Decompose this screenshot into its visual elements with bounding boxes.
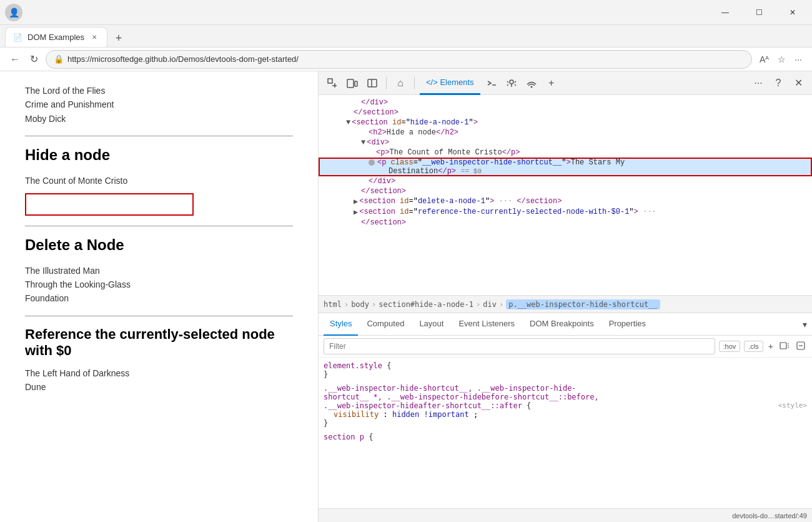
svg-rect-4 bbox=[355, 81, 357, 86]
hide-node-title: Hide a node bbox=[25, 146, 293, 164]
tab-layout[interactable]: Layout bbox=[413, 313, 450, 336]
main-area: The Lord of the Flies Crime and Punishme… bbox=[0, 71, 812, 522]
dom-line[interactable]: ▶ <section id="reference-the-currently-s… bbox=[319, 207, 812, 218]
refresh-button[interactable]: ↻ bbox=[27, 51, 41, 68]
dom-line[interactable]: <h2> Hide a node </h2> bbox=[319, 128, 812, 138]
more-icon[interactable]: ··· bbox=[792, 52, 805, 67]
url-box[interactable]: 🔒 https://microsoftedge.github.io/Demos/… bbox=[46, 50, 752, 69]
expand-arrow[interactable]: ▼ bbox=[361, 138, 365, 147]
tab-dom-breakpoints[interactable]: DOM Breakpoints bbox=[523, 313, 600, 336]
dom-line[interactable]: ▼ <div> bbox=[319, 138, 812, 148]
book-item: The Count of Monte Cristo bbox=[25, 174, 293, 188]
breadcrumb-p[interactable]: p.__web-inspector-hide-shortcut__ bbox=[506, 299, 660, 309]
dom-line[interactable]: </section> bbox=[319, 186, 812, 196]
element-dot-indicator bbox=[369, 159, 375, 166]
styles-tabs-bar: Styles Computed Layout Event Listeners D… bbox=[319, 313, 812, 336]
dom-line[interactable]: ▼ <section id="hide-a-node-1" > bbox=[319, 118, 812, 128]
breadcrumb-section[interactable]: section#hide-a-node-1 bbox=[379, 300, 473, 309]
breadcrumb-html[interactable]: html bbox=[324, 300, 342, 309]
tab-event-listeners[interactable]: Event Listeners bbox=[452, 313, 521, 336]
breadcrumb-body[interactable]: body bbox=[351, 300, 369, 309]
profile-icon[interactable]: 👤 bbox=[5, 4, 22, 21]
add-style-rule-icon[interactable]: + bbox=[767, 340, 775, 353]
back-button[interactable]: ← bbox=[7, 51, 22, 68]
new-tab-button[interactable]: + bbox=[110, 29, 127, 47]
section-divider-3 bbox=[25, 316, 293, 316]
breadcrumb-div[interactable]: div bbox=[483, 300, 497, 309]
webpage-content: The Lord of the Flies Crime and Punishme… bbox=[0, 71, 319, 522]
maximize-button[interactable]: ☐ bbox=[745, 3, 773, 22]
new-style-rule-icon[interactable] bbox=[778, 339, 791, 354]
css-selector: .__web-inspector-hide-shortcut__, .__web… bbox=[324, 384, 599, 410]
dom-line[interactable]: </div> bbox=[319, 176, 812, 186]
hov-button[interactable]: :hov bbox=[719, 341, 741, 352]
reference-title: Reference the currently-selected node wi… bbox=[25, 326, 293, 359]
close-button[interactable]: ✕ bbox=[778, 3, 807, 22]
cls-button[interactable]: .cls bbox=[744, 341, 763, 352]
dom-line[interactable]: </div> bbox=[319, 98, 812, 108]
delete-a-node-section: Delete a Node The Illustrated Man Throug… bbox=[25, 236, 293, 306]
toggle-css-changes-icon[interactable] bbox=[795, 339, 807, 354]
favorites-icon[interactable]: ☆ bbox=[775, 52, 788, 67]
event-listeners-tab-label: Event Listeners bbox=[458, 319, 515, 328]
sidebar-icon[interactable] bbox=[364, 74, 381, 92]
read-aloud-icon[interactable]: Aᴬ bbox=[757, 52, 771, 67]
book-item: Foundation bbox=[25, 291, 293, 305]
network-conditions-icon[interactable] bbox=[523, 74, 540, 92]
css-rule-hide-shortcut: .__web-inspector-hide-shortcut__, .__web… bbox=[324, 384, 807, 428]
styles-panel: Styles Computed Layout Event Listeners D… bbox=[319, 313, 812, 508]
svg-line-11 bbox=[515, 81, 516, 83]
active-tab[interactable]: 📄 DOM Examples ✕ bbox=[5, 27, 107, 47]
dom-tree-area[interactable]: </div> </section> ▼ <section id="hide-a-… bbox=[319, 95, 812, 295]
breadcrumb-bar: html › body › section#hide-a-node-1 › di… bbox=[319, 295, 812, 313]
dom-line[interactable]: ▶ <section id="delete-a-node-1" > ··· </… bbox=[319, 196, 812, 207]
tab-elements[interactable]: </> Elements bbox=[420, 71, 480, 95]
dom-line[interactable]: <p> The Count of Monte Cristo </p> bbox=[319, 148, 812, 158]
selected-dom-line[interactable]: <p class="__web-inspector-hide-shortcut_… bbox=[319, 158, 812, 176]
lock-icon: 🔒 bbox=[54, 54, 64, 64]
css-rule-section-p: section p { bbox=[324, 433, 807, 441]
svg-rect-3 bbox=[347, 79, 354, 88]
address-bar: ← ↻ 🔒 https://microsoftedge.github.io/De… bbox=[0, 48, 812, 71]
tab-bar: 📄 DOM Examples ✕ + bbox=[0, 25, 812, 48]
css-rule-close: } bbox=[324, 419, 807, 428]
device-toolbar-icon[interactable] bbox=[344, 74, 361, 92]
close-devtools-icon[interactable]: ✕ bbox=[790, 74, 807, 92]
svg-line-10 bbox=[507, 81, 508, 83]
bug-icon[interactable] bbox=[503, 74, 520, 92]
layout-tab-label: Layout bbox=[419, 319, 443, 328]
css-selector: section p bbox=[324, 433, 369, 441]
tab-styles[interactable]: Styles bbox=[324, 313, 358, 336]
help-icon[interactable]: ? bbox=[770, 74, 787, 92]
svg-rect-0 bbox=[328, 79, 332, 83]
css-rule-selector-line: section p { bbox=[324, 433, 807, 441]
hide-a-node-section: Hide a node The Count of Monte Cristo bbox=[25, 146, 293, 215]
tab-close-button[interactable]: ✕ bbox=[89, 33, 99, 42]
book-item: The Left Hand of Darkness bbox=[25, 366, 293, 380]
expand-arrow-collapsed[interactable]: ▶ bbox=[354, 208, 358, 217]
browser-titlebar: 👤 — ☐ ✕ bbox=[0, 0, 812, 25]
more-tools-icon[interactable]: ··· bbox=[750, 74, 767, 92]
expand-arrow-collapsed[interactable]: ▶ bbox=[354, 197, 358, 206]
inspect-element-icon[interactable] bbox=[324, 74, 341, 92]
delete-node-title: Delete a Node bbox=[25, 236, 293, 254]
dom-line[interactable]: </section> bbox=[319, 108, 812, 118]
minimize-button[interactable]: — bbox=[711, 3, 740, 22]
dom-line[interactable]: </section> bbox=[319, 218, 812, 228]
tab-properties[interactable]: Properties bbox=[603, 313, 652, 336]
book-item: Moby Dick bbox=[25, 112, 293, 126]
devtools-panel: ⌂ </> Elements + ··· ? ✕ </div> bbox=[319, 71, 812, 522]
book-item: Crime and Punishment bbox=[25, 98, 293, 111]
book-item: Dune bbox=[25, 380, 293, 394]
expand-arrow[interactable]: ▼ bbox=[346, 118, 350, 127]
css-rule-element-style: element.style { } bbox=[324, 361, 807, 379]
css-rules-area[interactable]: element.style { } .__web-inspector-hide-… bbox=[319, 358, 812, 508]
window-controls: — ☐ ✕ bbox=[711, 3, 807, 22]
home-icon[interactable]: ⌂ bbox=[392, 74, 409, 92]
styles-tab-dropdown[interactable]: ▾ bbox=[803, 319, 807, 329]
svg-line-13 bbox=[515, 84, 516, 86]
console-icon[interactable] bbox=[483, 74, 500, 92]
add-tab-icon[interactable]: + bbox=[543, 74, 560, 92]
filter-input[interactable] bbox=[324, 338, 715, 354]
tab-computed[interactable]: Computed bbox=[360, 313, 410, 336]
